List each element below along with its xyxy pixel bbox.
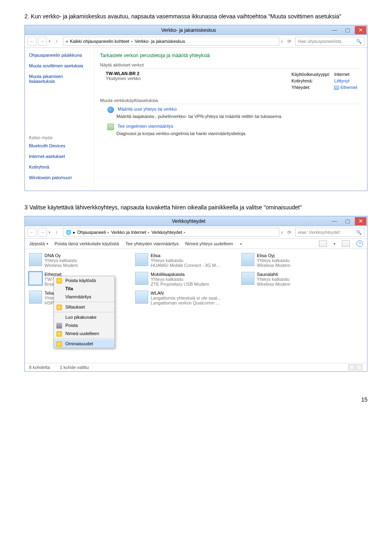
forward-button[interactable]: → xyxy=(38,37,47,46)
close-button[interactable]: ✕ xyxy=(355,217,366,225)
search-icon: 🔍 xyxy=(356,230,362,235)
connection-item[interactable]: SaunalahtiYhteys katkaistuWireless Modem xyxy=(241,272,335,287)
toolbar: Järjestä ▾ Poista tämä verkkolaite käytö… xyxy=(25,239,367,249)
ctx-diagnose[interactable]: Vianmääritys xyxy=(54,293,114,301)
connection-item[interactable]: Elisa OyjYhteys katkaistuWireless Modem xyxy=(241,253,335,268)
ctx-delete[interactable]: Poista xyxy=(54,321,114,329)
see-also-heading: Katso myös xyxy=(29,135,90,140)
search-icon: 🔍 xyxy=(356,39,362,44)
breadcrumb-part[interactable]: Verkkoyhteydet xyxy=(151,230,182,235)
page-number: 15 xyxy=(24,396,368,403)
connection-list: DNA OyYhteys katkaistuWireless Modem Eli… xyxy=(25,249,367,309)
back-button[interactable]: ← xyxy=(27,37,36,46)
step-2-instruction: 2. Kun verkko- ja jakamiskeskus avautuu,… xyxy=(24,12,368,21)
connection-name: Elisa Oyj xyxy=(257,253,290,258)
back-button[interactable]: ← xyxy=(27,228,36,237)
sidebar-link-sharing-settings[interactable]: Muuta jakamisen lisäasetuksia xyxy=(29,74,90,84)
up-button[interactable]: ↑ xyxy=(52,228,61,237)
refresh-button[interactable]: ⟳ xyxy=(285,37,294,46)
homegroup-link[interactable]: Liittynyt xyxy=(334,78,361,84)
statusbar: 8 kohdetta 1 kohde valittu xyxy=(25,363,367,371)
connection-device: Wireless Modem xyxy=(45,263,78,268)
forward-button[interactable]: → xyxy=(38,228,47,237)
navbar: ← → ▾ ↑ 🌐 ▸ Ohjauspaneeli ▸ Verkko ja In… xyxy=(25,226,367,239)
sidebar-link-bluetooth[interactable]: Bluetooth Devices xyxy=(29,143,90,148)
navbar: ← → ▾ ↑ « Kaikki ohjauspaneelin kohteet … xyxy=(25,35,367,48)
minimize-button[interactable]: — xyxy=(329,217,340,225)
access-type-value: Internet xyxy=(334,72,361,78)
connections-label: Yhteydet: xyxy=(292,85,334,91)
connection-status: Yhteys katkaistu xyxy=(151,277,209,282)
ctx-properties[interactable]: Ominaisuudet xyxy=(54,340,114,348)
connection-link[interactable]: Ethernet xyxy=(334,85,361,91)
ctx-status[interactable]: Tila xyxy=(54,284,114,293)
shield-icon xyxy=(56,304,62,310)
sidebar-link-homegroup[interactable]: Kotiryhmä xyxy=(29,164,90,169)
search-input[interactable]: Hae ohjauspaneelista 🔍 xyxy=(295,37,365,46)
maximize-button[interactable]: ▢ xyxy=(342,26,353,34)
homegroup-label: Kotiryhmä: xyxy=(292,78,334,84)
maximize-button[interactable]: ▢ xyxy=(342,217,353,225)
ctx-shortcut[interactable]: Luo pikakuvake xyxy=(54,313,114,321)
preview-icon[interactable] xyxy=(342,240,350,247)
connection-device: Wireless Modem xyxy=(257,282,290,287)
connection-device: HUAWEI Mobile Connect - 3G M... xyxy=(151,263,220,268)
minimize-button[interactable]: — xyxy=(329,26,340,34)
connection-item[interactable]: MobiililaajakaistaYhteys katkaistuZTE Pr… xyxy=(135,272,229,287)
connection-icon xyxy=(135,291,148,304)
view-icon[interactable] xyxy=(319,240,327,247)
shield-icon xyxy=(56,278,62,284)
connection-name: DNA Oy xyxy=(45,253,78,258)
connection-item-ethernet[interactable]: EthernetTW-WLANBroadcom Poista käytöstä … xyxy=(29,272,123,287)
connection-item[interactable]: WLANLangattomia yhteyksiä ei ole saat...… xyxy=(135,291,229,305)
close-button[interactable]: ✕ xyxy=(355,26,366,34)
troubleshoot-desc: Diagnosoi ja korjaa verkko-ongelmia tai … xyxy=(116,131,361,136)
connection-icon xyxy=(29,253,42,266)
connection-name: WLAN xyxy=(151,291,221,295)
connection-item[interactable]: DNA OyYhteys katkaistuWireless Modem xyxy=(29,253,123,268)
toolbar-more[interactable]: » xyxy=(240,241,242,246)
breadcrumb-part[interactable]: Ohjauspaneeli xyxy=(77,230,106,235)
new-connection-icon xyxy=(107,107,114,113)
troubleshoot-link[interactable]: Tee ongelmien vianmääritys xyxy=(118,124,173,129)
access-type-label: Käyttöoikeustyyppi: xyxy=(292,72,334,78)
ctx-disable[interactable]: Poista käytöstä xyxy=(54,276,114,284)
connection-icon xyxy=(29,272,42,285)
search-input[interactable]: Hae: Verkkoyhteydet 🔍 xyxy=(295,228,365,237)
breadcrumb[interactable]: 🌐 ▸ Ohjauspaneeli ▸ Verkko ja Internet ▸… xyxy=(63,228,279,237)
network-name: TW-WLAN-BR 2 xyxy=(106,71,141,76)
view-mode-icons[interactable] xyxy=(348,364,363,370)
search-placeholder: Hae ohjauspaneelista xyxy=(298,39,341,44)
window-title: Verkkoyhteydet xyxy=(49,218,328,224)
breadcrumb-part[interactable]: Kaikki ohjauspaneelin kohteet xyxy=(70,39,129,44)
change-settings-heading: Muuta verkkokäyttöasetuksia xyxy=(100,98,361,104)
up-button[interactable]: ↑ xyxy=(52,37,61,46)
breadcrumb-part[interactable]: Verkko ja Internet xyxy=(111,230,146,235)
ctx-rename[interactable]: Nimeä uudelleen xyxy=(54,329,114,338)
refresh-button[interactable]: ⟳ xyxy=(285,228,294,237)
sidebar-link-main[interactable]: Ohjauspaneelin pääikkuna xyxy=(29,53,90,58)
connection-item[interactable]: ElisaYhteys katkaistuHUAWEI Mobile Conne… xyxy=(135,253,229,268)
connection-status: Yhteys katkaistu xyxy=(151,258,220,263)
titlebar: Verkko- ja jakamiskeskus — ▢ ✕ xyxy=(25,25,367,35)
help-button[interactable]: ? xyxy=(356,240,363,247)
diagnose-button[interactable]: Tee yhteyden vianmääritys xyxy=(125,241,178,246)
delete-icon xyxy=(56,323,62,329)
sidebar-link-adapter-settings[interactable]: Muuta sovittimen asetuksia xyxy=(29,63,90,68)
main-heading: Tarkastele verkon perustietoja ja määrit… xyxy=(100,53,361,58)
organize-button[interactable]: Järjestä ▾ xyxy=(29,241,48,246)
breadcrumb[interactable]: « Kaikki ohjauspaneelin kohteet ▸ Verkko… xyxy=(63,37,279,46)
connection-device: Wireless Modem xyxy=(257,263,290,268)
new-connection-link[interactable]: Määritä uusi yhteys tai verkko xyxy=(118,107,177,111)
breadcrumb-part[interactable]: Verkko- ja jakamiskeskus xyxy=(135,39,185,44)
rename-button[interactable]: Nimeä yhteys uudelleen xyxy=(185,241,233,246)
connection-device: Langattoman verkon Qualcomm ... xyxy=(151,300,221,305)
disable-device-button[interactable]: Poista tämä verkkolaite käytöstä xyxy=(55,241,119,246)
network-type: Yksityinen verkko xyxy=(106,76,141,81)
connection-name: Mobiililaajakaista xyxy=(151,272,209,277)
sidebar-link-internet-settings[interactable]: Internet-asetukset xyxy=(29,154,90,159)
sidebar-link-firewall[interactable]: Windowsin palomuuri xyxy=(29,175,90,180)
network-connections-window: Verkkoyhteydet — ▢ ✕ ← → ▾ ↑ 🌐 ▸ Ohjausp… xyxy=(24,216,368,372)
ctx-bridge[interactable]: Siltaukset xyxy=(54,303,114,311)
connection-icon xyxy=(29,291,42,304)
